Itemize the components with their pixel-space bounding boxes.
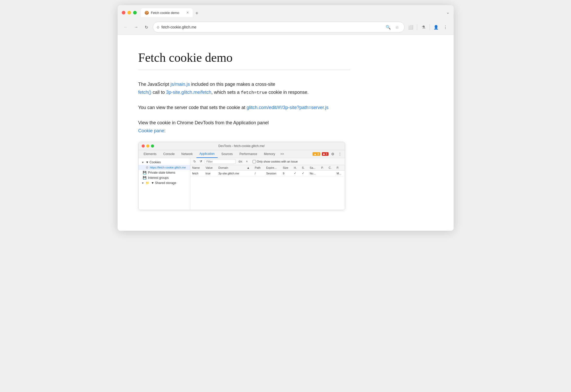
address-bar[interactable]: ⊙ fetch-cookie.glitch.me 🔍 ☆ <box>153 22 405 33</box>
paragraph-1: The JavaScript js/main.js included on th… <box>138 80 350 96</box>
new-tab-button[interactable]: + <box>193 9 201 17</box>
devtools-maximize-button <box>151 144 154 148</box>
lab-button[interactable]: ⚗ <box>419 23 428 31</box>
intro-text-before: The JavaScript <box>138 82 171 87</box>
table-header-name: Name <box>190 165 204 171</box>
extensions-icon: ⬜ <box>408 25 413 30</box>
back-arrow-icon: ← <box>124 25 128 29</box>
table-header-size: Size <box>281 165 292 171</box>
table-header-domain: Domain <box>216 165 245 171</box>
search-icon[interactable]: 🔍 <box>385 24 392 31</box>
table-header-domain-sort: ▲ <box>245 165 253 171</box>
cookie-p2: M... <box>334 171 345 176</box>
devtools-tab-elements[interactable]: Elements <box>141 150 160 158</box>
bookmark-icon[interactable]: ☆ <box>393 24 401 31</box>
devtools-tab-memory[interactable]: Memory <box>261 150 278 158</box>
devtools-filter-input[interactable] <box>205 159 236 164</box>
devtools-sidebar-interest-groups[interactable]: 💾 Interest groups <box>139 175 190 180</box>
devtools-sidebar: ▼ ▼ Cookies ⊙ https://fetch-cookie.glitc… <box>139 158 190 210</box>
server-link[interactable]: glitch.com/edit/#!/3p-site?path=server.j… <box>247 105 329 110</box>
address-url-text: fetch-cookie.glitch.me <box>162 25 383 29</box>
cookie-domain-sort <box>245 171 253 176</box>
devtools-clear-button[interactable]: × <box>245 159 249 164</box>
page-divider <box>138 70 350 70</box>
intro-text-after: included on this page makes a cross-site <box>190 82 275 87</box>
devtools-tab-application[interactable]: Application <box>196 150 218 158</box>
address-security-icon: ⊙ <box>157 25 159 29</box>
fetch-end: cookie in response. <box>267 90 309 95</box>
devtools-warning-badge: ▲ 3 <box>313 152 320 156</box>
navigation-bar: ← → ↻ ⊙ fetch-cookie.glitch.me 🔍 ☆ ⬜ ⚗ <box>118 20 454 35</box>
minimize-window-button[interactable] <box>127 11 131 14</box>
devtools-cookies-table: Name Value Domain ▲ Path Expire... Size … <box>190 165 345 176</box>
server-before: You can view the server code that sets t… <box>138 105 247 110</box>
forward-button[interactable]: → <box>132 23 140 31</box>
cookie-pane-link[interactable]: Cookie pane <box>138 128 164 133</box>
reload-button[interactable]: ↻ <box>142 23 151 31</box>
reload-icon: ↻ <box>145 25 148 30</box>
shared-storage-icon: 📁 <box>146 181 149 185</box>
cookie-c <box>326 171 334 176</box>
fetch-code: fetch=true <box>241 90 267 95</box>
cookie-p <box>319 171 327 176</box>
js-main-link[interactable]: js/main.js <box>171 82 190 87</box>
devtools-settings-icon[interactable]: ⚙ <box>330 151 336 157</box>
devtools-sidebar-private-state[interactable]: 💾 Private state tokens <box>139 170 190 175</box>
maximize-window-button[interactable] <box>133 11 137 14</box>
profile-icon: 👤 <box>433 25 439 30</box>
window-controls <box>122 11 137 14</box>
menu-button[interactable]: ⋮ <box>441 23 450 31</box>
close-window-button[interactable] <box>122 11 125 14</box>
lab-icon: ⚗ <box>422 25 425 30</box>
nav-divider <box>417 24 417 30</box>
title-bar: 🍪 Fetch cookie demo × + ⌄ <box>118 5 454 20</box>
fetch-middle: call to <box>151 90 166 95</box>
page-content: Fetch cookie demo The JavaScript js/main… <box>118 35 454 231</box>
devtools-minimize-button <box>146 144 149 148</box>
table-row[interactable]: fetch true 3p-site.glitch.me / Session 9… <box>190 171 345 176</box>
tab-list-chevron-icon[interactable]: ⌄ <box>446 10 450 15</box>
private-state-label: Private state tokens <box>148 171 175 174</box>
cookie-size: 9 <box>281 171 292 176</box>
table-header-path: Path <box>253 165 264 171</box>
fetch-link[interactable]: fetch() <box>138 90 151 95</box>
devtools-window-controls <box>142 144 154 148</box>
devtools-tab-more[interactable]: >> <box>279 150 285 158</box>
devtools-main-panel: ↻ ⧩ ⊘x × Only show cookies with an issue <box>190 158 345 210</box>
devtools-tab-console[interactable]: Console <box>160 150 178 158</box>
profile-button[interactable]: 👤 <box>432 23 440 31</box>
cookie-path: / <box>253 171 264 176</box>
view-text: View the cookie in Chrome DevTools from … <box>138 120 269 125</box>
devtools-sidebar-cookies[interactable]: ▼ ▼ Cookies <box>139 160 190 165</box>
devtools-tab-network[interactable]: Network <box>178 150 196 158</box>
cookie-s: ✓ <box>300 171 308 176</box>
tab-close-button[interactable]: × <box>186 10 189 15</box>
cookie-h: ✓ <box>292 171 300 176</box>
cookie-value: true <box>203 171 216 176</box>
tab-favicon-icon: 🍪 <box>144 11 149 15</box>
devtools-sidebar-cookies-url[interactable]: ⊙ https://fetch-cookie.glitch.me <box>139 165 190 170</box>
cookies-label: ▼ Cookies <box>146 160 161 164</box>
devtools-screenshot: DevTools - fetch-cookie.glitch.me/ Eleme… <box>138 142 345 210</box>
table-header-s: S. <box>300 165 308 171</box>
active-tab[interactable]: 🍪 Fetch cookie demo × <box>141 8 193 17</box>
site-link[interactable]: 3p-site.glitch.me/fetch <box>166 90 211 95</box>
devtools-sidebar-shared-storage[interactable]: ▼ 📁 ▼ Shared storage <box>139 180 190 186</box>
table-header-expires: Expire... <box>264 165 281 171</box>
shared-storage-arrow-icon: ▼ <box>142 182 144 185</box>
devtools-toolbar: ↻ ⧩ ⊘x × Only show cookies with an issue <box>190 158 345 165</box>
cookie-sa: No... <box>308 171 319 176</box>
devtools-tab-sources[interactable]: Sources <box>218 150 236 158</box>
table-header-p2: P. <box>334 165 345 171</box>
extensions-button[interactable]: ⬜ <box>407 23 415 31</box>
devtools-close-button <box>142 144 145 148</box>
devtools-fx-button[interactable]: ⊘x <box>237 159 243 164</box>
devtools-more-icon[interactable]: ⋮ <box>337 151 343 157</box>
tab-title-label: Fetch cookie demo <box>151 11 185 15</box>
table-header-h: H. <box>292 165 300 171</box>
devtools-tab-performance[interactable]: Performance <box>236 150 260 158</box>
devtools-only-issues-checkbox[interactable] <box>253 160 256 163</box>
back-button[interactable]: ← <box>122 23 130 31</box>
devtools-error-badge: ■ 3 <box>322 152 329 156</box>
devtools-refresh-button[interactable]: ↻ <box>192 159 197 164</box>
